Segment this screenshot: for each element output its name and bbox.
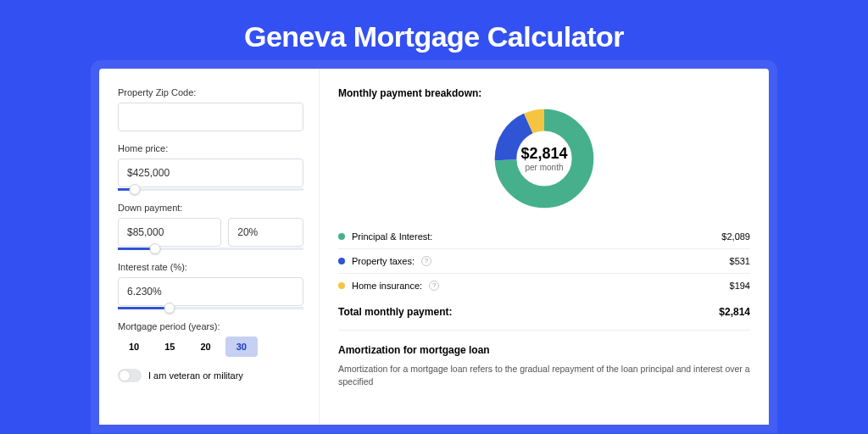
price-slider-knob[interactable]: [129, 184, 140, 195]
donut-center-amount: $2,814: [520, 145, 567, 163]
zip-row: Property Zip Code:: [118, 87, 303, 131]
payment-donut-chart: $2,814 per month: [493, 108, 595, 209]
period-tab-10[interactable]: 10: [118, 337, 150, 357]
legend-row: Home insurance:?$194: [338, 274, 750, 298]
down-slider-knob[interactable]: [149, 243, 160, 254]
down-amount-input[interactable]: [118, 218, 221, 247]
period-tab-30[interactable]: 30: [225, 337, 258, 357]
period-row: Mortgage period (years): 10152030: [118, 321, 303, 357]
rate-row: Interest rate (%):: [118, 262, 303, 309]
amortization-text: Amortization for a mortgage loan refers …: [338, 363, 750, 387]
period-tabs: 10152030: [118, 337, 303, 357]
down-label: Down payment:: [118, 203, 303, 213]
legend-value: $194: [730, 281, 750, 291]
total-label: Total monthly payment:: [338, 306, 452, 318]
legend-label: Home insurance:: [352, 281, 422, 291]
rate-label: Interest rate (%):: [118, 262, 303, 272]
donut-wrap: $2,814 per month: [338, 99, 750, 225]
legend: Principal & Interest:$2,089Property taxe…: [338, 225, 750, 298]
calculator-card: Property Zip Code: Home price: Down paym…: [99, 69, 769, 425]
rate-slider[interactable]: [118, 307, 303, 309]
legend-row: Principal & Interest:$2,089: [338, 225, 750, 249]
page-title: Geneva Mortgage Calculator: [0, 0, 868, 69]
price-row: Home price:: [118, 143, 303, 191]
legend-label: Principal & Interest:: [352, 231, 432, 242]
legend-label: Property taxes:: [352, 256, 415, 266]
down-slider[interactable]: [118, 248, 303, 250]
amortization-title: Amortization for mortgage loan: [338, 344, 750, 356]
veteran-toggle[interactable]: [118, 369, 142, 382]
zip-input[interactable]: [118, 103, 303, 131]
down-percent-input[interactable]: [228, 218, 303, 247]
legend-row: Property taxes:?$531: [338, 249, 750, 274]
total-value: $2,814: [719, 306, 750, 318]
down-row: Down payment:: [118, 203, 303, 250]
legend-value: $2,089: [721, 231, 750, 242]
veteran-label: I am veteran or military: [148, 370, 243, 381]
price-slider[interactable]: [118, 188, 303, 191]
legend-value: $531: [730, 256, 750, 266]
legend-dot-icon: [338, 233, 345, 240]
rate-slider-knob[interactable]: [164, 303, 175, 314]
legend-dot-icon: [338, 258, 345, 264]
price-input[interactable]: [118, 159, 303, 187]
legend-dot-icon: [338, 282, 345, 289]
veteran-row: I am veteran or military: [118, 369, 303, 382]
rate-input[interactable]: [118, 277, 303, 306]
form-panel: Property Zip Code: Home price: Down paym…: [99, 69, 320, 425]
breakdown-panel: Monthly payment breakdown: $2,814 per mo…: [320, 69, 769, 425]
breakdown-title: Monthly payment breakdown:: [338, 87, 750, 99]
price-label: Home price:: [118, 143, 303, 153]
zip-label: Property Zip Code:: [118, 87, 303, 97]
help-icon[interactable]: ?: [429, 281, 439, 291]
donut-center-sub: per month: [525, 163, 563, 172]
period-tab-15[interactable]: 15: [153, 337, 186, 357]
period-tab-20[interactable]: 20: [190, 337, 222, 357]
help-icon[interactable]: ?: [421, 256, 431, 266]
period-label: Mortgage period (years):: [118, 321, 303, 331]
rate-slider-fill: [118, 307, 170, 309]
total-row: Total monthly payment: $2,814: [338, 298, 750, 331]
